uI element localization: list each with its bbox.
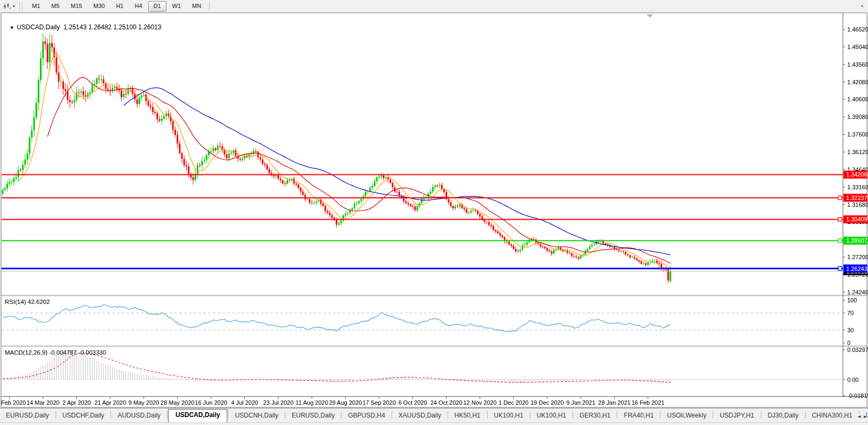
candle-body	[219, 146, 221, 146]
timeframe-button-H4[interactable]: H4	[129, 1, 147, 12]
candle-body	[558, 247, 559, 248]
timeframe-button-M1[interactable]: M1	[27, 1, 45, 12]
candle-body	[226, 155, 228, 158]
tab-XAUUSD-Daily[interactable]: XAUUSD,Daily	[393, 410, 447, 422]
tab-EURUSD-Daily[interactable]: EURUSD,Daily	[286, 410, 341, 422]
candle-body	[542, 246, 544, 247]
candle-body	[139, 98, 140, 104]
candle-body	[576, 256, 577, 257]
candle-body	[33, 117, 35, 130]
timeframe-button-M15[interactable]: M15	[66, 1, 87, 12]
date-label: 12 Nov 2020	[463, 399, 496, 406]
tab-GBPUSD-H4[interactable]: GBPUSD,H4	[342, 410, 391, 422]
tab-AUDUSD-Daily[interactable]: AUDUSD,Daily	[112, 410, 166, 422]
candle-body	[260, 157, 261, 159]
tab-UK100-H1[interactable]: UK100,H1	[488, 410, 529, 422]
candle-body	[585, 251, 586, 255]
hline-badge-1.28607-label: 1.28607	[846, 237, 867, 244]
candle-body	[473, 210, 474, 211]
candle-body	[145, 95, 147, 101]
tab-GER30-H1[interactable]: GER30,H1	[574, 410, 616, 422]
candle-body	[574, 256, 575, 257]
timeframe-button-D1[interactable]: D1	[148, 1, 166, 12]
timeframe-button-W1[interactable]: W1	[167, 1, 187, 12]
chart-canvas[interactable]: 1.465201.450401.435601.420801.406001.390…	[0, 0, 868, 425]
tabs-scroll-left-icon[interactable]: ◂	[858, 414, 861, 419]
candle-body	[439, 185, 441, 186]
hline-handle[interactable]	[838, 218, 842, 221]
candle-body	[593, 244, 595, 245]
candle-body	[40, 58, 42, 80]
chart-menu-icon[interactable]: ▼	[10, 25, 14, 30]
candle-body	[551, 251, 553, 253]
candle-body	[141, 96, 142, 98]
candle-body	[517, 251, 519, 252]
candle-body	[361, 199, 362, 201]
candle-body	[490, 225, 492, 226]
candle-body	[313, 203, 315, 203]
candle-body	[495, 230, 497, 231]
candle-body	[380, 175, 382, 177]
tabs-scroll-right-icon[interactable]: ▸	[864, 414, 866, 419]
date-label: 19 Dec 2020	[530, 399, 563, 406]
tab-USDJPY-H1[interactable]: USDJPY,H1	[714, 410, 760, 422]
candle-body	[670, 271, 671, 282]
chart-type-dropdown-caret-icon[interactable]: ▾	[13, 4, 15, 9]
candle-body	[324, 206, 326, 211]
candle-body	[262, 159, 264, 164]
date-label: 28 May 2020	[161, 399, 195, 406]
tab-USOil-Weekly[interactable]: USOil,Weekly	[661, 410, 712, 422]
tab-scroll-controls: ◂ ▸	[856, 414, 866, 419]
timeframe-button-MN[interactable]: MN	[187, 1, 206, 12]
tab-FRA40-H1[interactable]: FRA40,H1	[618, 410, 659, 422]
candle-body	[29, 138, 30, 154]
tab-USDCNH-Daily[interactable]: USDCNH,Daily	[229, 410, 284, 422]
candle-body	[486, 222, 488, 222]
tab-divider	[572, 411, 573, 419]
candle-body	[501, 236, 503, 237]
tab-HK50-H1[interactable]: HK50,H1	[449, 410, 487, 422]
chart-window-frame	[1, 13, 867, 407]
candle-body	[58, 73, 60, 82]
hline-handle[interactable]	[838, 196, 842, 199]
rsi-scale-label: 70	[847, 310, 854, 316]
tab-CHINA300-H1[interactable]: CHINA300,H1	[806, 410, 858, 422]
toolbar-grip-handle[interactable]	[19, 2, 22, 10]
hline-handle[interactable]	[838, 239, 842, 243]
candle-body	[405, 201, 407, 203]
tab-divider	[341, 411, 341, 419]
candle-body	[627, 254, 628, 255]
candle-body	[526, 242, 528, 245]
price-tick-label: 1.24240	[847, 289, 868, 295]
candle-body	[201, 161, 203, 165]
candle-body	[305, 195, 306, 199]
price-tick-label: 1.45040	[847, 44, 868, 50]
toolbar-collapse-icon[interactable]: ▲	[860, 3, 864, 8]
tab-DJ30-Daily[interactable]: DJ30,Daily	[762, 410, 805, 422]
candle-body	[20, 170, 21, 171]
candle-body	[372, 186, 373, 188]
candle-body	[212, 148, 214, 151]
candle-body	[2, 190, 4, 194]
candle-body	[6, 183, 8, 188]
candle-body	[365, 192, 367, 196]
tab-USDCHF-Daily[interactable]: USDCHF,Daily	[57, 410, 110, 422]
candle-body	[42, 42, 44, 59]
candle-body	[600, 241, 602, 242]
chart-type-icon[interactable]	[2, 2, 13, 11]
candle-body	[78, 92, 79, 93]
timeframe-button-H1[interactable]: H1	[110, 1, 129, 12]
candle-body	[630, 255, 631, 257]
candle-body	[156, 113, 158, 119]
tab-USDCAD-Daily[interactable]: USDCAD,Daily	[168, 409, 227, 422]
hline-handle[interactable]	[838, 267, 842, 270]
tab-UK100-H1[interactable]: UK100,H1	[531, 410, 572, 422]
candle-body	[412, 206, 413, 206]
candle-body	[546, 248, 548, 250]
timeframe-button-M5[interactable]: M5	[46, 1, 65, 12]
tab-EURUSD-Daily[interactable]: EURUSD,Daily	[0, 410, 55, 422]
candle-body	[436, 186, 438, 186]
timeframe-button-M30[interactable]: M30	[88, 1, 110, 12]
candle-body	[356, 203, 357, 204]
candle-body	[567, 251, 568, 253]
